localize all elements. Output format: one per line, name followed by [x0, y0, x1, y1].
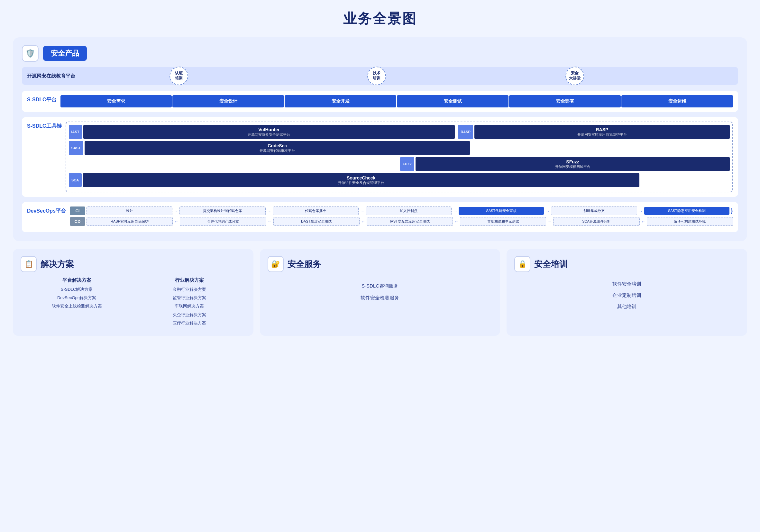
cd-pipeline-row: CD RASP实时应用自我保护 ← 合并代码到产线分支 ← DAST黑盒安全测试… [70, 217, 733, 226]
solutions-icon: 📋 [21, 256, 37, 272]
security-service-col: S-SDLC咨询服务 软件安全检测服务 [267, 277, 493, 304]
arrow-1: → [174, 209, 178, 214]
industry-item-1: 金融行业解决方案 [137, 287, 242, 292]
fuzz-tag: FUZZ [400, 157, 414, 171]
codesec-spacer [471, 141, 730, 155]
solutions-title: 解决方案 [40, 259, 74, 270]
edu-badge-tech: 技术培训 [367, 67, 386, 85]
industry-item-2: 监管行业解决方案 [137, 295, 242, 301]
sast-tag: SAST [69, 141, 83, 155]
arrow-6: → [639, 209, 643, 214]
codesec-desc: 开源网安代码审核平台 [260, 148, 295, 153]
ssdlc-platform-section: S-SDLC平台 安全需求 安全设计 安全开发 安全测试 安全部署 安全运维 [22, 91, 738, 112]
sfuzz-block: SFuzz 开源网安模糊测试平台 [415, 157, 730, 171]
main-panel: 🛡️ 安全产品 开源网安在线教育平台 认证培训 技术培训 安全大讲堂 S-SDL… [13, 37, 747, 241]
phase-requirements: 安全需求 [61, 95, 172, 108]
arrow-cd-6: ← [641, 219, 645, 224]
vulhunter-desc: 开源网安灰盒安全测试平台 [248, 132, 290, 137]
sourcecheck-name: SourceCheck [347, 175, 375, 180]
ci-step-sast: SAST代码安全审核 [459, 207, 544, 215]
arrow-2: → [267, 209, 271, 214]
sfuzz-name: SFuzz [566, 159, 579, 164]
solutions-card: 📋 解决方案 平台解决方案 S-SDLC解决方案 DevSecOps解决方案 软… [13, 249, 254, 336]
arrow-cd-4: ← [454, 219, 459, 224]
arrow-3: → [360, 209, 364, 214]
security-training-card: 🔒 安全培训 软件安全培训 企业定制培训 其他培训 [506, 249, 747, 336]
ci-step-branch: 创建集成分支 [551, 207, 637, 215]
rasp-block: RASP 开源网安实时应用自我防护平台 [474, 125, 730, 139]
training-item-2: 企业定制培训 [514, 292, 739, 299]
cd-step-merge: 合并代码到产线分支 [180, 217, 266, 226]
phase-development: 安全开发 [285, 95, 396, 108]
security-products-title: 安全产品 [43, 46, 87, 61]
vulhunter-row: IAST VulHunter 开源网安灰盒安全测试平台 RASP RASP 开源… [69, 125, 730, 139]
arrow-cd-3: ← [361, 219, 365, 224]
devsecops-label: DevSecOps平台 [27, 207, 66, 228]
security-training-header: 🔒 安全培训 [514, 256, 739, 272]
security-service-title: 安全服务 [288, 259, 321, 270]
ssdlc-label: S-SDLC平台 [27, 95, 57, 108]
cd-step-dast: DAST黑盒安全测试 [273, 217, 359, 226]
shield-icon: 🛡️ [22, 45, 39, 62]
solutions-header: 📋 解决方案 [21, 256, 246, 272]
vulhunter-block: VulHunter 开源网安灰盒安全测试平台 [83, 125, 455, 139]
rasp-name: RASP [595, 127, 608, 132]
ci-pipeline-row: CI 设计 → 提交架构设计到代码仓库 → 代码仓库批准 → 加入控制点 → S… [70, 207, 733, 215]
solutions-body: 平台解决方案 S-SDLC解决方案 DevSecOps解决方案 软件安全上线检测… [21, 277, 246, 329]
phase-operations: 安全运维 [621, 95, 733, 108]
security-service-card: 🔐 安全服务 S-SDLC咨询服务 软件安全检测服务 [260, 249, 500, 336]
industry-item-3: 车联网解决方案 [137, 303, 242, 309]
cd-tag: CD [70, 217, 85, 226]
arrow-cd-2: ← [267, 219, 272, 224]
ci-step-approve: 代码仓库批准 [273, 207, 358, 215]
sourcecheck-block: SourceCheck 开源组件安全及合规管理平台 [83, 173, 640, 187]
ci-step-static: SAST静态应用安全检测 [644, 207, 730, 215]
platform-item-1: S-SDLC解决方案 [24, 287, 129, 292]
security-service-header: 🔐 安全服务 [267, 256, 493, 272]
sourcecheck-desc: 开源组件安全及合规管理平台 [338, 180, 384, 185]
devops-outer: DevSecOps平台 CI 设计 → 提交架构设计到代码仓库 → 代码仓库批准… [27, 207, 733, 228]
sfuzz-spacer [69, 157, 399, 171]
tools-outer: S-SDLC工具链 IAST VulHunter 开源网安灰盒安全测试平台 RA… [27, 121, 733, 192]
edu-badge-auth: 认证培训 [169, 67, 188, 85]
tools-label: S-SDLC工具链 [27, 121, 62, 192]
edu-platform-bar: 开源网安在线教育平台 认证培训 技术培训 安全大讲堂 [22, 67, 738, 85]
industry-item-4: 央企行业解决方案 [137, 312, 242, 318]
devops-content: CI 设计 → 提交架构设计到代码仓库 → 代码仓库批准 → 加入控制点 → S… [70, 207, 733, 228]
arrow-4: → [453, 209, 457, 214]
cd-step-iast: IAST交互式应用安全测试 [367, 217, 453, 226]
security-training-col: 软件安全培训 企业定制培训 其他培训 [514, 277, 739, 312]
codesec-block: CodeSec 开源网安代码审核平台 [85, 141, 470, 155]
security-service-icon: 🔐 [267, 256, 284, 272]
arrow-5: → [545, 209, 550, 214]
dashed-tools-box: IAST VulHunter 开源网安灰盒安全测试平台 RASP RASP 开源… [66, 121, 733, 192]
bottom-cards: 📋 解决方案 平台解决方案 S-SDLC解决方案 DevSecOps解决方案 软… [13, 249, 747, 336]
platform-solutions-title: 平台解决方案 [24, 277, 129, 283]
ci-step-control: 加入控制点 [366, 207, 451, 215]
ssdlc-tools-section: S-SDLC工具链 IAST VulHunter 开源网安灰盒安全测试平台 RA… [22, 117, 738, 197]
ssdlc-phases-row: 安全需求 安全设计 安全开发 安全测试 安全部署 安全运维 [61, 95, 733, 108]
cd-step-smoke: 冒烟测试和单元测试 [460, 217, 546, 226]
cd-step-build: 编译和构建测试环境 [647, 217, 733, 226]
training-item-1: 软件安全培训 [514, 280, 739, 287]
service-item-1: S-SDLC咨询服务 [267, 282, 493, 289]
training-item-3: 其他培训 [514, 303, 739, 310]
sfuzz-desc: 开源网安模糊测试平台 [555, 164, 591, 169]
rasp-desc: 开源网安实时应用自我防护平台 [577, 132, 627, 137]
tools-content: IAST VulHunter 开源网安灰盒安全测试平台 RASP RASP 开源… [66, 121, 733, 192]
ci-step-design: 设计 [86, 207, 172, 215]
security-training-title: 安全培训 [534, 259, 568, 270]
sfuzz-row: FUZZ SFuzz 开源网安模糊测试平台 [69, 157, 730, 171]
sourcecheck-spacer [641, 173, 730, 187]
cd-step-rasp: RASP实时应用自我保护 [86, 217, 173, 226]
security-training-body: 软件安全培训 企业定制培训 其他培训 [514, 277, 739, 312]
industry-solutions-col: 行业解决方案 金融行业解决方案 监管行业解决方案 车联网解决方案 央企行业解决方… [133, 277, 245, 329]
security-service-body: S-SDLC咨询服务 软件安全检测服务 [267, 277, 493, 304]
industry-item-5: 医疗行业解决方案 [137, 320, 242, 326]
codesec-name: CodeSec [267, 143, 287, 148]
cd-step-sca: SCA开源组件分析 [553, 217, 640, 226]
phase-design: 安全设计 [172, 95, 284, 108]
phase-testing: 安全测试 [397, 95, 508, 108]
platform-solutions-col: 平台解决方案 S-SDLC解决方案 DevSecOps解决方案 软件安全上线检测… [21, 277, 133, 329]
rasp-tag: RASP [458, 125, 473, 139]
